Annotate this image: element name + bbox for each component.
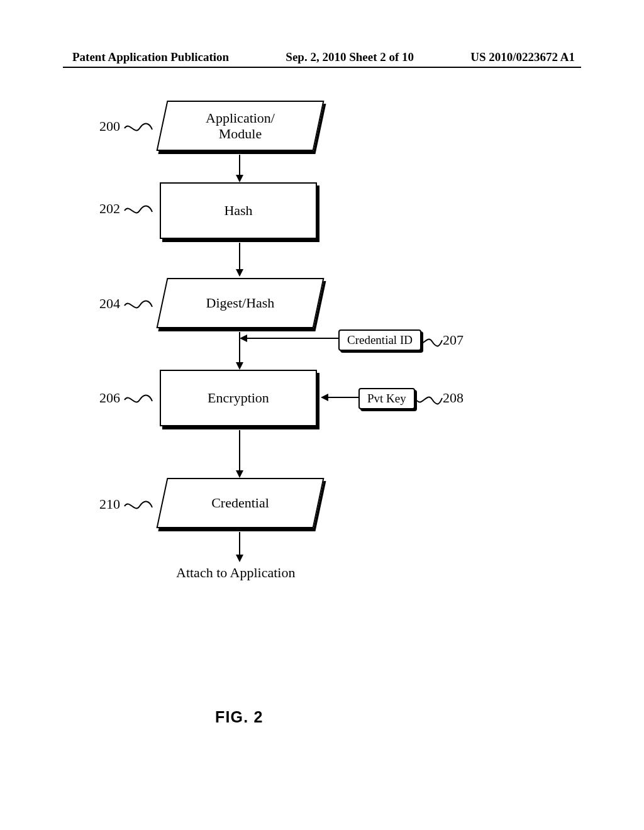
- svg-marker-1: [236, 175, 243, 182]
- leader-204: [125, 299, 152, 312]
- node-pvt-key: Pvt Key: [358, 388, 415, 409]
- diagram-stage: 200 202 204 206 210 207 208 Application/…: [0, 0, 644, 830]
- svg-marker-7: [236, 362, 243, 370]
- ref-210: 210: [99, 496, 120, 512]
- figure-label: FIG. 2: [215, 708, 264, 726]
- ref-202: 202: [99, 201, 120, 217]
- caption-attach: Attach to Application: [176, 565, 295, 581]
- leader-206: [125, 394, 152, 406]
- svg-marker-3: [236, 269, 243, 277]
- leader-208: [417, 393, 442, 406]
- node-credential-id-label: Credential ID: [347, 333, 413, 346]
- node-credential: Credential: [156, 478, 324, 528]
- node-encryption-label: Encryption: [208, 390, 269, 406]
- arrow-credential-to-attach: [235, 532, 245, 562]
- ref-207: 207: [443, 332, 464, 348]
- node-pvt-key-label: Pvt Key: [367, 392, 406, 405]
- arrow-app-to-hash: [235, 155, 245, 182]
- node-application-module: Application/Module: [156, 101, 324, 151]
- arrow-credid-in: [240, 333, 338, 343]
- ref-204: 204: [99, 296, 120, 312]
- node-credential-label: Credential: [163, 479, 318, 527]
- svg-marker-9: [321, 394, 328, 401]
- arrow-pvtkey-in: [321, 392, 358, 402]
- ref-206: 206: [99, 390, 120, 406]
- arrow-encryption-to-credential: [235, 430, 245, 478]
- leader-202: [125, 204, 152, 217]
- node-application-module-label: Application/Module: [163, 102, 318, 150]
- ref-200: 200: [99, 118, 120, 135]
- leader-200: [125, 122, 152, 135]
- node-digest: Digest/Hash: [156, 278, 324, 328]
- arrow-digest-to-encryption: [235, 332, 245, 370]
- node-digest-label: Digest/Hash: [163, 279, 318, 327]
- node-encryption: Encryption: [160, 370, 317, 426]
- node-hash: Hash: [160, 182, 317, 239]
- ref-208: 208: [443, 390, 464, 406]
- node-credential-id: Credential ID: [338, 329, 421, 351]
- svg-marker-11: [236, 470, 243, 478]
- leader-210: [125, 500, 152, 512]
- node-hash-label: Hash: [224, 202, 252, 219]
- svg-marker-13: [236, 555, 243, 562]
- arrow-hash-to-digest: [235, 243, 245, 277]
